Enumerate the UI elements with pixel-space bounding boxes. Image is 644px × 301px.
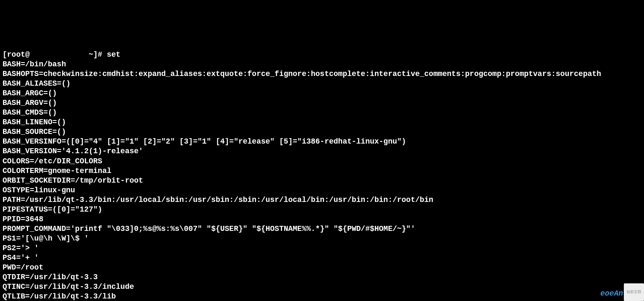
terminal-line: BASH_VERSION='4.1.2(1)-release': [3, 147, 641, 156]
terminal-line: PS4='+ ': [3, 253, 641, 263]
terminal-line: BASH_SOURCE=(): [3, 127, 641, 137]
terminal-line: PWD=/root: [3, 263, 641, 272]
terminal-line: BASH_CMDS=(): [3, 108, 641, 118]
watermark-text: eoeAn: [600, 289, 623, 298]
terminal-line: COLORS=/etc/DIR_COLORS: [3, 157, 641, 166]
terminal-line: PS2='> ': [3, 243, 641, 253]
terminal-line: QTDIR=/usr/lib/qt-3.3: [3, 272, 641, 282]
terminal-output[interactable]: [root@ ~]# setBASH=/bin/bashBASHOPTS=che…: [3, 40, 641, 301]
terminal-line: BASHOPTS=checkwinsize:cmdhist:expand_ali…: [3, 69, 641, 79]
terminal-line: BASH_LINENO=(): [3, 118, 641, 127]
watermark-logo: 创新互联: [624, 283, 644, 301]
terminal-line: PS1='[\u@\h \W]\$ ': [3, 234, 641, 243]
terminal-line: BASH_ARGC=(): [3, 89, 641, 98]
terminal-line: BASH_VERSINFO=([0]="4" [1]="1" [2]="2" […: [3, 137, 641, 147]
terminal-line: BASH=/bin/bash: [3, 60, 641, 69]
terminal-line: COLORTERM=gnome-terminal: [3, 166, 641, 176]
terminal-line: BASH_ALIASES=(): [3, 79, 641, 89]
terminal-line: OSTYPE=linux-gnu: [3, 186, 641, 195]
terminal-line: PPID=3648: [3, 215, 641, 224]
terminal-line: PROMPT_COMMAND='printf "\033]0;%s@%s:%s\…: [3, 224, 641, 234]
terminal-line: PIPESTATUS=([0]="127"): [3, 205, 641, 215]
terminal-line: BASH_ARGV=(): [3, 98, 641, 108]
terminal-line: QTINC=/usr/lib/qt-3.3/include: [3, 282, 641, 292]
terminal-line: QTLIB=/usr/lib/qt-3.3/lib: [3, 292, 641, 301]
terminal-line: ORBIT_SOCKETDIR=/tmp/orbit-root: [3, 176, 641, 186]
terminal-line: PATH=/usr/lib/qt-3.3/bin:/usr/local/sbin…: [3, 195, 641, 205]
terminal-prompt-line: [root@ ~]# set: [3, 50, 641, 60]
